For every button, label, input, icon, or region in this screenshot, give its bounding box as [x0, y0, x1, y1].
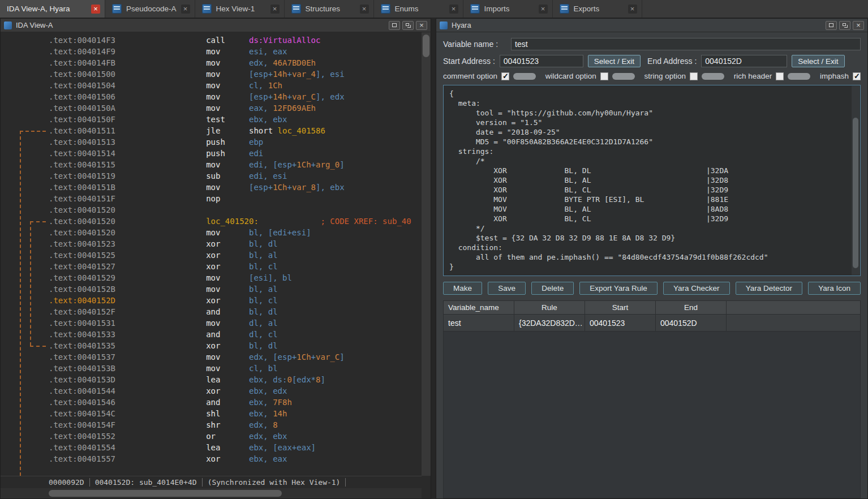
vertical-scrollbar[interactable] [422, 32, 431, 476]
column-header-start[interactable]: Start [585, 301, 656, 314]
close-icon[interactable] [416, 21, 427, 30]
asm-line[interactable]: .text:00401520 [1, 204, 422, 216]
asm-line[interactable]: .text:0040152B mov bl, al [1, 283, 422, 295]
tab-close-icon[interactable] [360, 5, 369, 14]
tab-pseudocode-a[interactable]: Pseudocode-A [105, 0, 195, 18]
asm-line[interactable]: .text:00401554 lea ebx, [eax+eax] [1, 442, 422, 453]
imphash-checkbox[interactable] [853, 72, 861, 80]
horizontal-scrollbar-thumb[interactable] [49, 490, 282, 497]
tab-close-icon[interactable] [270, 5, 280, 14]
tab-exports[interactable]: Exports [553, 0, 642, 18]
asm-line[interactable]: .text:00401533 and dl, cl [1, 329, 422, 340]
make-button[interactable]: Make [443, 282, 482, 295]
asm-mnemonic: lea [206, 375, 249, 384]
delete-button[interactable]: Delete [531, 282, 574, 295]
asm-line[interactable]: .text:00401552 or edx, ebx [1, 431, 422, 442]
tab-close-icon[interactable] [449, 5, 458, 14]
column-header-variable-name[interactable]: Variable_name [444, 301, 514, 314]
asm-line[interactable]: .text:00401557 xor ebx, eax [1, 453, 422, 464]
asm-line[interactable]: .text:004014FB mov edx, 46A7BD0Eh [1, 57, 422, 68]
status-address: 0040152D: sub_4014E0+4D [90, 478, 203, 487]
asm-line[interactable]: .text:0040152F and bl, dl [1, 306, 422, 317]
asm-line[interactable]: .text:0040152D xor bl, cl [1, 295, 422, 306]
end-select-exit-button[interactable]: Select / Exit [792, 55, 844, 67]
asm-operand: edx, [249, 420, 273, 429]
asm-line[interactable]: .text:00401523 xor bl, dl [1, 238, 422, 250]
save-button[interactable]: Save [488, 282, 526, 295]
maximize-icon[interactable] [389, 21, 400, 30]
asm-line[interactable]: .text:0040153B mov cl, bl [1, 363, 422, 374]
disassembly-view[interactable]: .text:004014F3 call ds:VirtualAlloc.text… [1, 32, 422, 476]
asm-line[interactable]: .text:00401529 mov [esi], bl [1, 272, 422, 283]
asm-line[interactable]: .text:00401515 mov edi, [esp+1Ch+arg_0] [1, 159, 422, 170]
asm-operand: bl, [edi+esi] [249, 228, 311, 237]
asm-line[interactable]: .text:004014F9 mov esi, eax [1, 46, 422, 57]
asm-lines: .text:004014F3 call ds:VirtualAlloc.text… [1, 32, 422, 464]
start-address-input[interactable] [500, 55, 583, 67]
string-option-checkbox[interactable] [690, 72, 698, 80]
tab-imports[interactable]: Imports [463, 0, 553, 18]
tab-structures[interactable]: Structures [285, 0, 374, 18]
yara-rule-area[interactable]: { meta: tool = "https://github.com/hy00u… [443, 85, 861, 276]
rule-scrollbar-thumb[interactable] [853, 118, 858, 268]
wildcard-option-checkbox[interactable] [600, 72, 608, 80]
tab-close-icon[interactable] [628, 5, 637, 14]
asm-line[interactable]: .text:00401511 jle short loc_401586 [1, 125, 422, 136]
yara-icon-button[interactable]: Yara Icon [808, 282, 861, 295]
float-window-icon[interactable] [402, 21, 414, 30]
horizontal-scrollbar[interactable] [1, 488, 422, 498]
asm-line[interactable]: .text:00401535 xor bl, dl [1, 340, 422, 351]
asm-line[interactable]: .text:00401544 xor ebx, edx [1, 385, 422, 397]
tab-enums[interactable]: Enums [374, 0, 463, 18]
asm-line[interactable]: .text:0040153D lea ebx, ds:0[edx*8] [1, 374, 422, 385]
end-address-input[interactable] [701, 55, 787, 67]
column-header-rule[interactable]: Rule [514, 301, 585, 314]
start-select-exit-button[interactable]: Select / Exit [588, 55, 641, 67]
asm-line[interactable]: .text:00401520 mov bl, [edi+esi] [1, 227, 422, 238]
yara-detector-button[interactable]: Yara Detector [736, 282, 802, 295]
options-row: comment optionwildcard optionstring opti… [443, 72, 861, 80]
comment-option-checkbox[interactable] [501, 72, 509, 80]
asm-line[interactable]: .text:00401537 mov edx, [esp+1Ch+var_C] [1, 351, 422, 363]
asm-mnemonic: nop [206, 194, 249, 203]
asm-line[interactable]: .text:00401513 push ebp [1, 136, 422, 148]
asm-line[interactable]: .text:00401504 mov cl, 1Ch [1, 80, 422, 91]
yara-checker-button[interactable]: Yara Checker [663, 282, 730, 295]
asm-line[interactable]: .text:00401546 and ebx, 7F8h [1, 397, 422, 408]
asm-line[interactable]: .text:0040150F test ebx, ebx [1, 114, 422, 125]
asm-line[interactable]: .text:00401500 mov [esp+14h+var_4], esi [1, 68, 422, 80]
asm-mnemonic: xor [206, 341, 249, 350]
asm-line[interactable]: .text:00401519 sub edi, esi [1, 170, 422, 182]
close-icon[interactable] [853, 21, 864, 30]
vertical-scrollbar-thumb[interactable] [423, 35, 429, 57]
asm-line[interactable]: .text:00401527 xor bl, cl [1, 261, 422, 272]
asm-mnemonic: xor [206, 296, 249, 305]
tab-close-icon[interactable] [181, 5, 190, 14]
asm-line[interactable]: .text:0040151B mov [esp+1Ch+var_8], ebx [1, 182, 422, 193]
asm-line[interactable]: .text:00401506 mov [esp+14h+var_C], edx [1, 91, 422, 102]
asm-line[interactable]: .text:0040151F nop [1, 193, 422, 204]
tab-hex-view-1[interactable]: Hex View-1 [195, 0, 285, 18]
asm-address: .text:0040154C [49, 409, 206, 418]
asm-line[interactable]: .text:004014F3 call ds:VirtualAlloc [1, 35, 422, 46]
tab-ida-view-a-hyara[interactable]: IDA View-A, Hyara [0, 0, 105, 18]
asm-line[interactable]: .text:00401514 push edi [1, 148, 422, 159]
asm-line[interactable]: .text:0040150A mov eax, 12FD69AEh [1, 102, 422, 114]
tab-close-icon[interactable] [539, 5, 548, 14]
asm-line[interactable]: .text:00401531 mov dl, al [1, 317, 422, 329]
rich-header-checkbox[interactable] [776, 72, 784, 80]
asm-line[interactable]: .text:00401525 xor bl, al [1, 250, 422, 261]
table-row[interactable]: test{32DA32D832D…004015230040152D [444, 315, 860, 332]
tab-close-icon[interactable] [91, 5, 100, 14]
maximize-icon[interactable] [826, 21, 837, 30]
export-yara-rule-button[interactable]: Export Yara Rule [579, 282, 658, 295]
variable-name-input[interactable] [511, 38, 861, 50]
column-header-end[interactable]: End [656, 301, 727, 314]
asm-operand: edx, [esp+ [249, 352, 297, 362]
float-window-icon[interactable] [839, 21, 850, 30]
asm-line[interactable]: .text:0040154C shl ebx, 14h [1, 408, 422, 419]
rule-scrollbar[interactable] [852, 86, 860, 275]
asm-operand: var_8 [292, 183, 316, 192]
asm-line[interactable]: .text:0040154F shr edx, 8 [1, 419, 422, 431]
asm-line[interactable]: .text:00401520 loc_401520: ; CODE XREF: … [1, 216, 422, 227]
